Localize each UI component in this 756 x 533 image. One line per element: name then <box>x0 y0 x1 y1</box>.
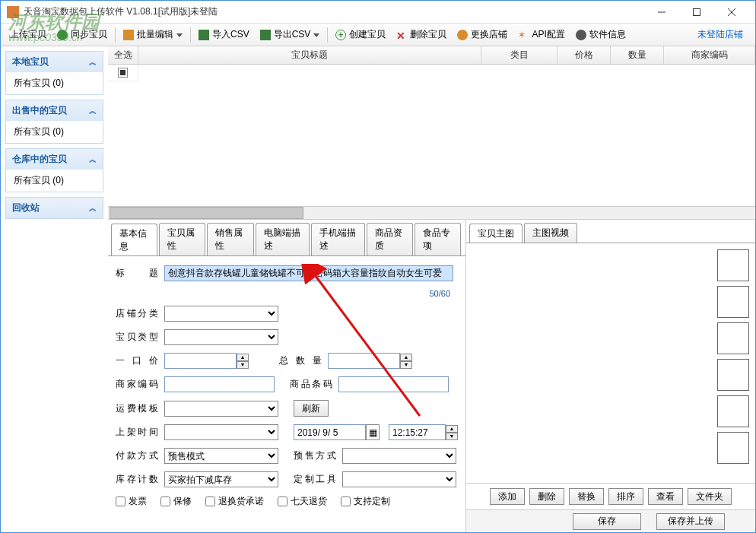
col-code[interactable]: 商家编码 <box>664 46 755 64</box>
close-button[interactable] <box>714 2 749 23</box>
col-select[interactable]: 全选 <box>108 46 138 64</box>
software-info-button[interactable]: 软件信息 <box>571 26 631 43</box>
horizontal-scrollbar[interactable] <box>108 206 755 219</box>
date-input[interactable] <box>294 424 366 440</box>
svg-rect-1 <box>694 8 700 15</box>
minimize-button[interactable] <box>644 2 679 23</box>
ship-tpl-select[interactable] <box>164 401 278 417</box>
tab-main-image[interactable]: 宝贝主图 <box>469 224 523 243</box>
barcode-input[interactable] <box>338 376 449 392</box>
image-thumb[interactable] <box>717 249 749 281</box>
sidebar-item-onsale-all[interactable]: 所有宝贝 (0) <box>6 121 103 143</box>
title-input[interactable] <box>164 265 453 281</box>
barcode-label: 商品条码 <box>290 378 332 391</box>
api-config-button[interactable]: ✶API配置 <box>513 26 569 43</box>
image-thumb[interactable] <box>717 286 749 318</box>
batch-edit-button[interactable]: 批量编辑 <box>119 26 187 43</box>
chevron-up-icon: ︽ <box>89 203 97 214</box>
custom-tool-label: 定制工具 <box>294 473 336 486</box>
image-thumb[interactable] <box>717 432 749 464</box>
price-input[interactable] <box>164 353 237 369</box>
seven-day-checkbox[interactable]: 七天退货 <box>278 495 327 508</box>
create-button[interactable]: +创建宝贝 <box>331 26 390 43</box>
image-thumb[interactable] <box>717 322 749 354</box>
item-type-select[interactable] <box>164 329 278 345</box>
warranty-checkbox[interactable]: 保修 <box>160 495 192 508</box>
sync-button[interactable]: 同步宝贝 <box>52 26 112 43</box>
img-add-button[interactable]: 添加 <box>490 488 525 505</box>
export-csv-button[interactable]: 导出CSV <box>256 26 325 43</box>
title-counter: 50/60 <box>429 289 450 298</box>
stock-calc-label: 库存计数 <box>116 473 158 486</box>
tab-basic[interactable]: 基本信息 <box>111 224 157 256</box>
seller-code-label: 商家编码 <box>116 378 158 391</box>
tab-props[interactable]: 宝贝属性 <box>159 223 205 255</box>
tab-food[interactable]: 食品专项 <box>415 223 461 255</box>
qty-label: 总 数 量 <box>279 354 322 367</box>
price-spinner[interactable]: ▲▼ <box>237 354 249 369</box>
image-thumb[interactable] <box>717 359 749 391</box>
list-time-label: 上架时间 <box>116 426 158 439</box>
sidebar-group-local[interactable]: 本地宝贝︽ <box>6 52 103 72</box>
seller-code-input[interactable] <box>164 376 275 392</box>
img-sort-button[interactable]: 排序 <box>608 488 643 505</box>
chevron-up-icon: ︽ <box>89 154 97 165</box>
invoice-checkbox[interactable]: 发票 <box>116 495 147 508</box>
image-thumb[interactable] <box>717 395 749 427</box>
col-title[interactable]: 宝贝标题 <box>138 46 481 64</box>
app-icon <box>7 6 19 18</box>
list-time-select[interactable] <box>164 424 278 440</box>
sidebar-group-recycle[interactable]: 回收站︽ <box>6 198 103 218</box>
return-promise-checkbox[interactable]: 退换货承诺 <box>205 495 264 508</box>
img-view-button[interactable]: 查看 <box>648 488 683 505</box>
presale-select[interactable] <box>342 448 456 464</box>
col-category[interactable]: 类目 <box>481 46 557 64</box>
refresh-button[interactable]: 刷新 <box>294 400 329 417</box>
sidebar-item-warehouse-all[interactable]: 所有宝贝 (0) <box>6 170 103 192</box>
tab-qualification[interactable]: 商品资质 <box>367 223 413 255</box>
ship-tpl-label: 运费模板 <box>116 402 158 415</box>
title-label: 标题 <box>116 267 158 280</box>
shop-cat-select[interactable] <box>164 306 278 322</box>
detail-tabs: 基本信息 宝贝属性 销售属性 电脑端描述 手机端描述 商品资质 食品专项 <box>108 220 465 255</box>
pay-method-label: 付款方式 <box>116 449 158 462</box>
qty-spinner[interactable]: ▲▼ <box>400 354 412 369</box>
img-replace-button[interactable]: 替换 <box>569 488 604 505</box>
select-all-checkbox[interactable] <box>118 68 128 78</box>
change-shop-button[interactable]: 更换店铺 <box>453 26 512 43</box>
delete-button[interactable]: ✕删除宝贝 <box>392 26 451 43</box>
item-type-label: 宝贝类型 <box>116 331 158 344</box>
col-price[interactable]: 价格 <box>557 46 611 64</box>
presale-label: 预售方式 <box>294 449 336 462</box>
chevron-up-icon: ︽ <box>89 57 97 68</box>
tab-mobile-desc[interactable]: 手机端描述 <box>311 223 365 255</box>
upload-button[interactable]: 上传宝贝 <box>5 26 51 43</box>
sidebar: 本地宝贝︽ 所有宝贝 (0) 出售中的宝贝︽ 所有宝贝 (0) 仓库中的宝贝︽ … <box>1 46 108 532</box>
tab-pc-desc[interactable]: 电脑端描述 <box>256 223 310 255</box>
img-folder-button[interactable]: 文件夹 <box>688 488 732 505</box>
sidebar-group-onsale[interactable]: 出售中的宝贝︽ <box>6 100 103 121</box>
tab-sale-props[interactable]: 销售属性 <box>207 223 253 255</box>
custom-tool-select[interactable] <box>342 471 456 487</box>
time-spinner[interactable]: ▲▼ <box>446 425 458 440</box>
time-input[interactable] <box>389 424 446 440</box>
tab-main-video[interactable]: 主图视频 <box>524 223 577 243</box>
pay-method-select[interactable]: 预售模式 <box>164 448 278 464</box>
sidebar-group-warehouse[interactable]: 仓库中的宝贝︽ <box>6 149 103 170</box>
img-delete-button[interactable]: 删除 <box>529 488 564 505</box>
sidebar-item-local-all[interactable]: 所有宝贝 (0) <box>6 72 103 94</box>
save-button[interactable]: 保存 <box>573 513 641 530</box>
qty-input[interactable] <box>328 353 400 369</box>
col-qty[interactable]: 数量 <box>611 46 664 64</box>
shop-cat-label: 店铺分类 <box>116 307 158 320</box>
save-upload-button[interactable]: 保存并上传 <box>656 513 725 530</box>
calendar-icon[interactable]: ▦ <box>366 424 380 440</box>
maximize-button[interactable] <box>679 2 714 23</box>
stock-calc-select[interactable]: 买家拍下减库存 <box>164 471 278 487</box>
window-title: 天音淘宝数据包上传软件 V1.08.1[试用版]未登陆 <box>24 5 644 18</box>
grid-body[interactable] <box>108 65 755 206</box>
login-shop-link[interactable]: 未登陆店铺 <box>690 28 751 41</box>
support-custom-checkbox[interactable]: 支持定制 <box>341 495 390 508</box>
import-csv-button[interactable]: 导入CSV <box>194 26 254 43</box>
grid-header: 全选 宝贝标题 类目 价格 数量 商家编码 <box>108 46 755 65</box>
